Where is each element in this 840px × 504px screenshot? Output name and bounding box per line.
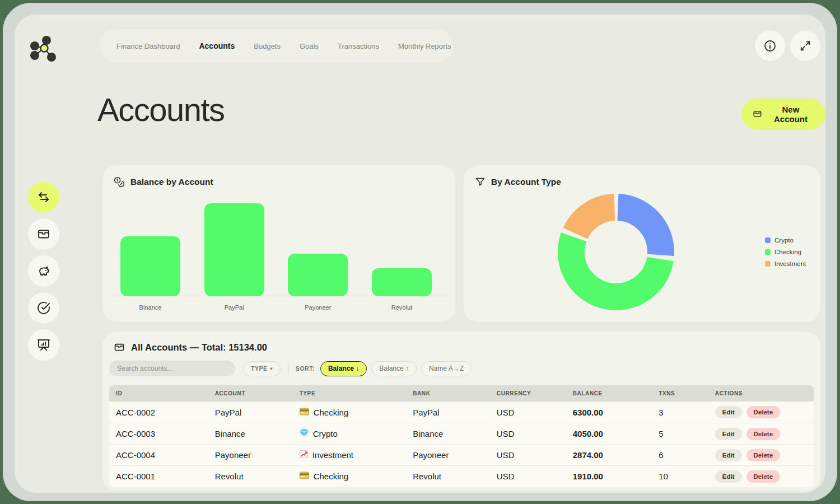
cell-txns: 3 [659,408,715,417]
card-icon [300,472,309,481]
legend-swatch [765,261,771,267]
balance-by-account-card: Balance by Account BinancePayPalPayoneer… [102,165,455,322]
edit-button[interactable]: Edit [715,449,742,461]
fullscreen-button[interactable] [790,31,820,61]
bar-chart: BinancePayPalPayoneerRevolut [120,201,432,296]
tab-budgets[interactable]: Budgets [254,42,281,50]
wallet-icon [753,109,762,119]
sidebar-item-reports[interactable] [28,329,59,361]
cell-id: ACC-0004 [109,450,215,460]
delete-button[interactable]: Delete [746,470,781,483]
sidebar [28,181,59,361]
type-label: Crypto [313,429,338,438]
edit-button[interactable]: Edit [715,406,742,418]
cell-account: Binance [215,429,300,438]
table-row: ACC-0002PayPalCheckingPayPalUSD6300.003E… [109,402,814,423]
cell-account: PayPal [215,408,300,417]
gem-icon [300,429,309,438]
bar-category-label: Revolut [372,304,432,311]
goal-target-icon [37,301,50,315]
all-accounts-card: All Accounts — Total: 15134.00 TYPE ▾ SO… [102,332,820,491]
legend-swatch [765,249,771,255]
tab-monthly-reports[interactable]: Monthly Reports [398,42,451,50]
sort-option-balance-[interactable]: Balance ↑ [371,361,417,376]
legend-item-checking: Checking [765,249,806,255]
bar-payoneer: Payoneer [288,254,348,296]
cell-bank: Binance [413,429,497,438]
delete-button[interactable]: Delete [746,449,781,461]
cell-type: Checking [300,472,413,481]
cell-bank: Payoneer [413,450,497,460]
presentation-chart-icon [37,338,50,352]
edit-button[interactable]: Edit [715,428,742,440]
legend-swatch [765,237,771,243]
bar-paypal: PayPal [204,203,264,296]
piggy-bank-icon [37,264,50,278]
sort-option-balance-[interactable]: Balance ↓ [320,361,367,376]
page-title: Accounts [97,91,225,128]
coins-icon [114,176,125,188]
column-header-txns: TXNS [659,390,715,396]
sidebar-item-transactions[interactable] [28,181,59,213]
wallet-icon [114,342,125,353]
tab-accounts[interactable]: Accounts [199,41,235,50]
legend-label: Crypto [774,237,794,244]
info-button[interactable] [755,31,785,61]
legend-item-investment: Investment [765,260,806,267]
tab-finance-dashboard[interactable]: Finance Dashboard [116,42,180,50]
cell-id: ACC-0001 [109,472,215,481]
search-input[interactable] [109,361,235,376]
legend-label: Investment [774,260,806,267]
bar-category-label: Payoneer [288,304,348,311]
chevron-down-icon: ▾ [270,366,273,371]
column-header-bank: BANK [413,390,497,396]
chart-legend: CryptoCheckingInvestment [765,237,806,267]
bar-binance: Binance [120,236,180,296]
transfer-arrows-icon [37,190,50,204]
cell-currency: USD [497,472,573,481]
cell-currency: USD [497,408,573,417]
column-header-currency: CURRENCY [497,390,573,396]
type-filter-label: TYPE [251,365,267,372]
chart-up-icon [300,450,308,460]
bar-category-label: PayPal [204,304,264,311]
cell-txns: 6 [659,450,715,460]
top-nav: Finance DashboardAccountsBudgetsGoalsTra… [100,29,454,63]
cell-actions: EditDelete [715,470,814,483]
tab-transactions[interactable]: Transactions [338,42,379,50]
accounts-table: IDACCOUNTTYPEBANKCURRENCYBALANCETXNSACTI… [109,385,814,487]
sidebar-item-goals[interactable] [28,292,59,324]
cell-txns: 10 [659,472,715,481]
tab-goals[interactable]: Goals [300,42,319,50]
type-label: Investment [312,450,353,460]
section-header: All Accounts — Total: 15134.00 [114,342,267,353]
toolbar-divider [288,363,288,374]
new-account-button[interactable]: New Account [741,99,825,129]
sidebar-item-budgets[interactable] [28,255,59,287]
cell-balance: 6300.00 [573,408,659,417]
sidebar-item-accounts[interactable] [28,218,59,250]
card-title: By Account Type [491,177,561,187]
info-icon [763,39,777,53]
table-header-row: IDACCOUNTTYPEBANKCURRENCYBALANCETXNSACTI… [109,385,814,402]
delete-button[interactable]: Delete [746,428,781,440]
app-logo[interactable] [28,31,62,65]
type-filter-button[interactable]: TYPE ▾ [243,361,281,376]
molecule-icon [28,31,62,65]
card-icon [300,408,309,417]
column-header-balance: BALANCE [573,390,659,396]
cell-id: ACC-0002 [109,408,215,417]
sort-option-name-a-z[interactable]: Name A→Z [421,361,472,376]
delete-button[interactable]: Delete [746,406,781,418]
table-row: ACC-0001RevolutCheckingRevolutUSD1910.00… [109,465,814,487]
cell-type: Checking [300,408,413,417]
cell-actions: EditDelete [715,428,814,440]
cell-account: Revolut [215,472,300,481]
cell-bank: PayPal [413,408,497,417]
table-toolbar: TYPE ▾ SORT: Balance ↓Balance ↑Name A→Z [109,360,476,377]
cell-type: Investment [300,450,413,460]
card-header: By Account Type [475,176,561,187]
table-row: ACC-0003BinanceCryptoBinanceUSD4050.005E… [109,423,814,444]
edit-button[interactable]: Edit [715,470,742,483]
card-title: Balance by Account [130,177,213,187]
